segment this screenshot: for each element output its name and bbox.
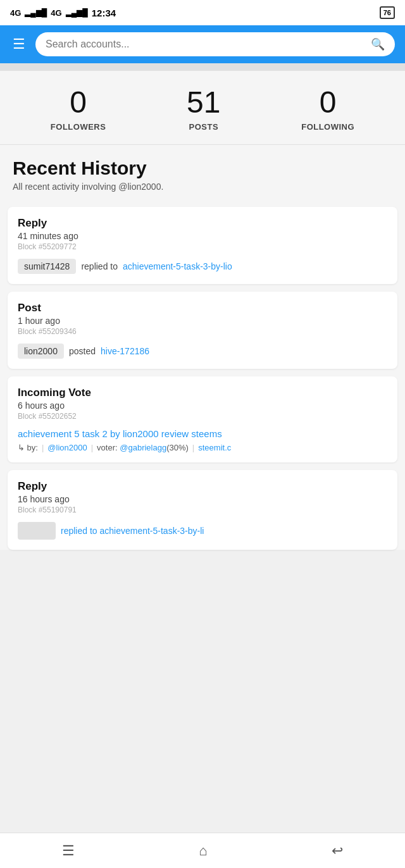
steemit-link[interactable]: steemit.c bbox=[198, 443, 231, 452]
activity-time-vote: 6 hours ago bbox=[18, 400, 387, 411]
status-time: 12:34 bbox=[92, 8, 116, 18]
actor-badge-reply2 bbox=[18, 522, 56, 540]
signal-bars-2: ▂▄▆█ bbox=[66, 8, 88, 17]
voter-percent: (30%) bbox=[166, 443, 189, 452]
following-count: 0 bbox=[301, 86, 354, 120]
activity-content-reply2: replied to achievement-5-task-3-by-li bbox=[18, 522, 387, 540]
navbar: ☰ 🔍 bbox=[0, 25, 405, 63]
voter-label: voter: bbox=[97, 443, 118, 452]
vote-post-link[interactable]: achievement 5 task 2 by lion2000 review … bbox=[18, 428, 387, 439]
activity-content-post1: lion2000 posted hive-172186 bbox=[18, 344, 387, 359]
followers-label: FOLLOWERS bbox=[51, 122, 106, 132]
separator-strip bbox=[0, 63, 405, 71]
post-card-1: Post 1 hour ago Block #55209346 lion2000… bbox=[8, 292, 397, 369]
stat-following: 0 FOLLOWING bbox=[301, 86, 354, 132]
activity-block-post1: Block #55209346 bbox=[18, 327, 387, 336]
hamburger-icon[interactable]: ☰ bbox=[10, 34, 28, 55]
search-icon: 🔍 bbox=[371, 37, 385, 51]
actor-badge-reply1: sumit71428 bbox=[18, 259, 76, 274]
battery-level: 76 bbox=[383, 9, 391, 16]
signal1-label: 4G bbox=[10, 8, 21, 18]
battery-indicator: 76 bbox=[380, 6, 395, 19]
following-label: FOLLOWING bbox=[301, 122, 354, 132]
stats-section: 0 FOLLOWERS 51 POSTS 0 FOLLOWING bbox=[0, 71, 405, 145]
action-text-reply1: replied to bbox=[81, 261, 118, 271]
vote-sep2: | bbox=[91, 443, 93, 452]
status-left: 4G ▂▄▆█ 4G ▂▄▆█ 12:34 bbox=[10, 8, 116, 18]
bottom-nav: ☰ ⌂ ↩ bbox=[0, 833, 405, 868]
actor-badge-post1: lion2000 bbox=[18, 344, 64, 359]
activity-link-reply1[interactable]: achievement-5-task-3-by-lio bbox=[123, 261, 232, 271]
signal-bars-1: ▂▄▆█ bbox=[25, 8, 47, 17]
stat-posts: 51 POSTS bbox=[187, 86, 220, 132]
bottom-menu-icon[interactable]: ☰ bbox=[62, 843, 75, 859]
action-text-post1: posted bbox=[69, 346, 96, 356]
main-content: 0 FOLLOWERS 51 POSTS 0 FOLLOWING Recent … bbox=[0, 71, 405, 602]
activity-content-reply1: sumit71428 replied to achievement-5-task… bbox=[18, 259, 387, 274]
posts-label: POSTS bbox=[187, 122, 220, 132]
incoming-vote-card: Incoming Vote 6 hours ago Block #5520265… bbox=[8, 376, 397, 462]
history-subtitle: All recent activity involving @lion2000. bbox=[13, 182, 392, 192]
posts-count: 51 bbox=[187, 86, 220, 120]
activity-link-post1[interactable]: hive-172186 bbox=[101, 346, 149, 356]
search-bar[interactable]: 🔍 bbox=[35, 32, 395, 56]
vote-sep1: | bbox=[42, 443, 44, 452]
activity-time-reply2: 16 hours ago bbox=[18, 494, 387, 504]
activity-type-reply2: Reply bbox=[18, 480, 387, 493]
activity-time-reply1: 41 minutes ago bbox=[18, 231, 387, 241]
vote-by-user[interactable]: @lion2000 bbox=[47, 443, 87, 452]
vote-sep3: | bbox=[192, 443, 194, 452]
bottom-home-icon[interactable]: ⌂ bbox=[199, 843, 207, 859]
reply-card-1: Reply 41 minutes ago Block #55209772 sum… bbox=[8, 207, 397, 284]
activity-block-reply1: Block #55209772 bbox=[18, 242, 387, 251]
voter-link[interactable]: @gabrielagg bbox=[120, 443, 166, 452]
stat-followers: 0 FOLLOWERS bbox=[51, 86, 106, 132]
vote-by-label: ↳ by: bbox=[18, 443, 38, 452]
activity-block-reply2: Block #55190791 bbox=[18, 505, 387, 514]
history-title: Recent History bbox=[13, 158, 392, 179]
vote-meta: ↳ by: | @lion2000 | voter: @gabrielagg (… bbox=[18, 443, 387, 452]
activity-type-vote: Incoming Vote bbox=[18, 387, 387, 399]
activity-block-vote: Block #55202652 bbox=[18, 412, 387, 421]
bottom-back-icon[interactable]: ↩ bbox=[332, 843, 343, 859]
followers-count: 0 bbox=[51, 86, 106, 120]
activity-link-reply2[interactable]: replied to achievement-5-task-3-by-li bbox=[61, 526, 204, 536]
activity-type-post1: Post bbox=[18, 302, 387, 314]
signal2-label: 4G bbox=[51, 8, 61, 18]
status-bar: 4G ▂▄▆█ 4G ▂▄▆█ 12:34 76 bbox=[0, 0, 405, 25]
reply-card-2: Reply 16 hours ago Block #55190791 repli… bbox=[8, 470, 397, 550]
history-section: Recent History All recent activity invol… bbox=[0, 145, 405, 207]
cards-wrapper: Reply 41 minutes ago Block #55209772 sum… bbox=[0, 207, 405, 550]
search-input[interactable] bbox=[46, 39, 366, 50]
activity-time-post1: 1 hour ago bbox=[18, 316, 387, 326]
activity-type-reply1: Reply bbox=[18, 217, 387, 230]
